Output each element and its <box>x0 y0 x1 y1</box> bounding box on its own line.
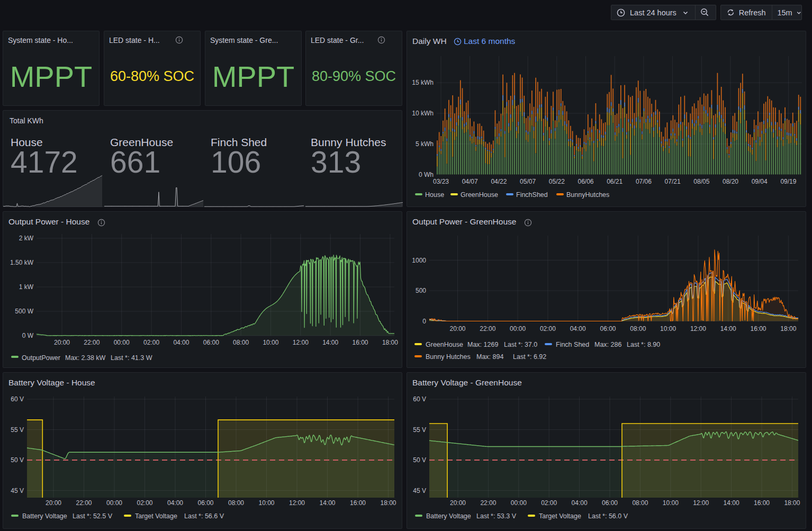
svg-text:02:00: 02:00 <box>541 499 557 507</box>
svg-text:Last *: 8.90: Last *: 8.90 <box>627 341 660 348</box>
svg-text:22:00: 22:00 <box>480 499 496 507</box>
svg-text:0: 0 <box>422 318 426 325</box>
svg-text:GreenHouse: GreenHouse <box>461 191 498 199</box>
svg-text:04:00: 04:00 <box>572 499 588 507</box>
svg-text:1.50 kW: 1.50 kW <box>10 259 34 266</box>
svg-text:08/20: 08/20 <box>723 178 738 185</box>
svg-text:22:00: 22:00 <box>480 325 495 332</box>
svg-text:Last *: 52.5 V: Last *: 52.5 V <box>73 512 113 520</box>
svg-text:Finch Shed: Finch Shed <box>556 341 589 348</box>
svg-text:5 kWh: 5 kWh <box>416 140 434 148</box>
svg-text:12:00: 12:00 <box>693 499 709 507</box>
svg-text:05/07: 05/07 <box>520 178 536 185</box>
svg-text:16:00: 16:00 <box>754 499 770 507</box>
svg-text:08:00: 08:00 <box>632 499 648 507</box>
svg-text:Last *: 6.92: Last *: 6.92 <box>513 353 546 361</box>
svg-text:07/06: 07/06 <box>636 178 652 185</box>
svg-text:14:00: 14:00 <box>724 499 739 507</box>
svg-text:10:00: 10:00 <box>258 499 274 507</box>
svg-text:03/23: 03/23 <box>433 178 449 185</box>
svg-text:2 kW: 2 kW <box>19 235 34 242</box>
svg-text:06/21: 06/21 <box>607 178 622 185</box>
svg-text:08:00: 08:00 <box>630 325 646 332</box>
svg-text:18:00: 18:00 <box>380 499 396 507</box>
svg-text:06:00: 06:00 <box>197 499 213 507</box>
svg-text:10:00: 10:00 <box>660 325 676 332</box>
svg-text:Last *: 56.6 V: Last *: 56.6 V <box>184 512 224 520</box>
svg-text:Max: 894: Max: 894 <box>476 353 503 361</box>
svg-text:500: 500 <box>416 287 426 294</box>
svg-text:04:00: 04:00 <box>173 339 189 346</box>
svg-text:Bunny Hutches: Bunny Hutches <box>426 353 471 361</box>
svg-text:16:00: 16:00 <box>750 325 766 332</box>
svg-text:15 kWh: 15 kWh <box>412 79 434 86</box>
svg-text:45 V: 45 V <box>413 487 426 494</box>
svg-text:02:00: 02:00 <box>137 499 152 507</box>
svg-text:02:00: 02:00 <box>540 325 556 332</box>
svg-text:Target Voltage: Target Voltage <box>539 512 581 520</box>
svg-text:18:00: 18:00 <box>382 339 398 346</box>
svg-text:50 V: 50 V <box>413 456 426 464</box>
svg-text:Max: 1269: Max: 1269 <box>467 341 498 348</box>
svg-text:1000: 1000 <box>412 257 426 264</box>
svg-text:55 V: 55 V <box>413 426 426 434</box>
svg-text:08:00: 08:00 <box>233 339 249 346</box>
svg-text:1 kW: 1 kW <box>19 283 34 291</box>
svg-text:14:00: 14:00 <box>720 325 736 332</box>
svg-text:Last *: 56.0 V: Last *: 56.0 V <box>588 512 628 520</box>
svg-text:16:00: 16:00 <box>352 339 368 346</box>
svg-text:08:00: 08:00 <box>228 499 244 507</box>
svg-text:06:00: 06:00 <box>203 339 219 346</box>
svg-text:06/06: 06/06 <box>578 178 593 185</box>
svg-text:BunnyHutches: BunnyHutches <box>566 191 609 199</box>
svg-text:20:00: 20:00 <box>450 499 466 507</box>
svg-text:18:00: 18:00 <box>780 325 796 332</box>
svg-text:16:00: 16:00 <box>350 499 366 507</box>
svg-text:House: House <box>425 191 444 199</box>
svg-text:10:00: 10:00 <box>263 339 278 346</box>
svg-text:55 V: 55 V <box>11 426 24 434</box>
svg-text:00:00: 00:00 <box>114 339 130 346</box>
svg-text:Last *: 41.3 W: Last *: 41.3 W <box>111 354 152 362</box>
svg-text:10 kWh: 10 kWh <box>412 110 434 117</box>
svg-text:OutputPower: OutputPower <box>22 354 60 362</box>
svg-text:20:00: 20:00 <box>46 499 61 507</box>
svg-text:GreenHouse: GreenHouse <box>426 341 463 348</box>
svg-text:500 W: 500 W <box>15 308 33 315</box>
svg-text:00:00: 00:00 <box>106 499 122 507</box>
svg-text:Battery Voltage: Battery Voltage <box>22 512 67 520</box>
svg-text:06:00: 06:00 <box>600 325 616 332</box>
svg-text:09/04: 09/04 <box>752 178 768 185</box>
svg-text:Target Voltage: Target Voltage <box>135 512 177 520</box>
svg-text:60 V: 60 V <box>11 395 24 403</box>
svg-text:20:00: 20:00 <box>449 325 465 332</box>
svg-text:0 W: 0 W <box>22 332 34 339</box>
svg-text:20:00: 20:00 <box>54 339 70 346</box>
svg-text:09/19: 09/19 <box>780 178 796 185</box>
svg-text:00:00: 00:00 <box>510 325 526 332</box>
svg-text:04:00: 04:00 <box>167 499 183 507</box>
svg-text:12:00: 12:00 <box>690 325 706 332</box>
svg-text:45 V: 45 V <box>11 487 24 494</box>
svg-text:04/07: 04/07 <box>462 178 478 185</box>
svg-text:07/21: 07/21 <box>665 178 681 185</box>
svg-text:22:00: 22:00 <box>76 499 92 507</box>
svg-text:Battery Voltage: Battery Voltage <box>426 512 471 520</box>
svg-text:Max: 2.38 kW: Max: 2.38 kW <box>65 354 106 362</box>
svg-text:14:00: 14:00 <box>319 499 335 507</box>
svg-text:02:00: 02:00 <box>143 339 159 346</box>
svg-text:22:00: 22:00 <box>84 339 100 346</box>
svg-text:FinchShed: FinchShed <box>516 191 548 199</box>
svg-text:00:00: 00:00 <box>511 499 527 507</box>
svg-text:06:00: 06:00 <box>602 499 618 507</box>
svg-text:12:00: 12:00 <box>293 339 309 346</box>
svg-text:05/22: 05/22 <box>549 178 565 185</box>
svg-text:12:00: 12:00 <box>289 499 305 507</box>
svg-text:04:00: 04:00 <box>570 325 586 332</box>
svg-text:60 V: 60 V <box>413 395 426 403</box>
svg-text:04/22: 04/22 <box>491 178 507 185</box>
svg-text:Last *: 53.3 V: Last *: 53.3 V <box>476 512 517 520</box>
svg-text:50 V: 50 V <box>11 456 24 464</box>
svg-text:Last *: 37.0: Last *: 37.0 <box>504 341 537 348</box>
svg-text:18:00: 18:00 <box>784 499 800 507</box>
